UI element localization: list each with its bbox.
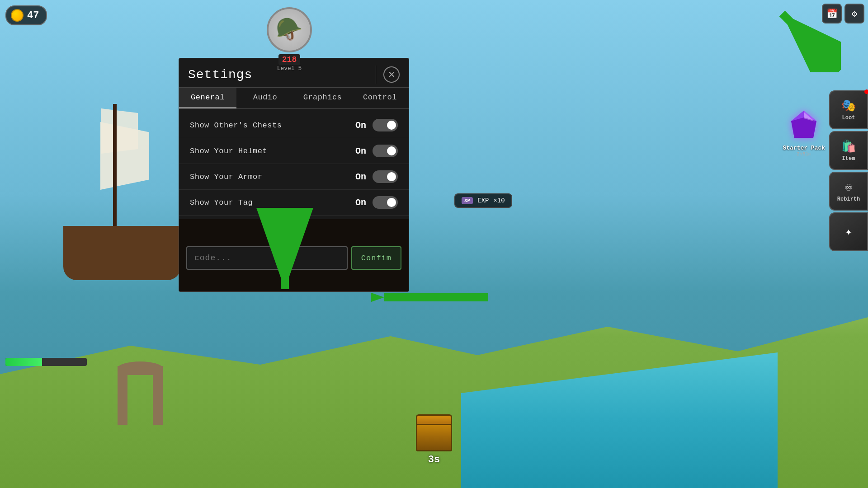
- loot-button[interactable]: 🎭 Loot: [829, 90, 868, 129]
- toggle-knob-helmet: [387, 146, 396, 155]
- header-divider: [376, 66, 376, 84]
- character-avatar-area: 🪖 218 Level 5: [267, 7, 312, 72]
- setting-label-tag: Show Your Tag: [190, 198, 355, 207]
- settings-button[interactable]: ⚙️: [844, 4, 864, 23]
- setting-value-helmet: On: [355, 146, 366, 156]
- gear-icon: ⚙️: [852, 8, 857, 19]
- exp-multiplier: ×10: [493, 197, 505, 204]
- gem-icon: [788, 108, 819, 142]
- exp-label: EXP: [477, 197, 489, 204]
- setting-value-armor: On: [355, 172, 366, 182]
- hud-top-right: 📅 ⚙️: [822, 4, 864, 23]
- item-label: Item: [842, 155, 855, 162]
- code-input-row: Confim: [186, 246, 401, 270]
- rebirth-button[interactable]: ♾️ Rebirth: [829, 172, 868, 211]
- setting-label-others-chests: Show Other's Chests: [190, 121, 355, 130]
- right-sidebar: 🎭 Loot 🛍️ Item ♾️ Rebirth ✦: [829, 90, 868, 251]
- setting-row-armor: Show Your Armor On: [179, 164, 409, 190]
- level-number: 218: [278, 54, 300, 65]
- toggle-knob-armor: [387, 172, 396, 181]
- setting-label-helmet: Show Your Helmet: [190, 147, 355, 155]
- rebirth-icon: ♾️: [845, 180, 852, 194]
- starter-pack-timer: 2h51m: [783, 151, 825, 157]
- modal-close-button[interactable]: ✕: [383, 66, 400, 83]
- calendar-icon: 📅: [826, 8, 838, 19]
- settings-modal: Settings ✕ General Audio Graphics Contro…: [179, 58, 409, 292]
- health-bar: [5, 358, 87, 366]
- code-section: Confim: [179, 219, 409, 291]
- level-label: Level 5: [267, 65, 312, 72]
- setting-value-others-chests: On: [355, 120, 366, 131]
- toggle-helmet[interactable]: [373, 145, 398, 157]
- ship-mast: [113, 104, 117, 230]
- chest-timer: 3s: [416, 454, 452, 465]
- tab-general[interactable]: General: [179, 88, 236, 108]
- settings-tabs: General Audio Graphics Control: [179, 88, 409, 109]
- loot-label: Loot: [842, 115, 855, 121]
- starter-pack[interactable]: Starter Pack 2h51m: [783, 108, 825, 157]
- setting-label-armor: Show Your Armor: [190, 173, 355, 181]
- coin-icon: [11, 9, 24, 22]
- calendar-button[interactable]: 📅: [822, 4, 842, 23]
- ship: [54, 99, 190, 280]
- setting-row-helmet: Show Your Helmet On: [179, 138, 409, 164]
- loot-icon: 🎭: [841, 99, 856, 113]
- bottom-chest[interactable]: 3s: [416, 422, 452, 465]
- settings-content: Show Other's Chests On Show Your Helmet …: [179, 109, 409, 219]
- exp-bar: XP EXP ×10: [454, 193, 512, 208]
- chest-lid: [416, 414, 452, 425]
- tab-audio[interactable]: Audio: [236, 88, 294, 108]
- tab-graphics[interactable]: Graphics: [294, 88, 351, 108]
- ship-hull: [63, 226, 181, 280]
- confirm-button[interactable]: Confim: [351, 246, 401, 270]
- coins-display: 47: [5, 5, 47, 25]
- arch-ruins: [118, 361, 163, 425]
- setting-value-tag: On: [355, 197, 366, 208]
- starter-pack-label: Starter Pack: [783, 145, 825, 151]
- star-icon: ✦: [845, 225, 852, 239]
- setting-row-tag: Show Your Tag On: [179, 190, 409, 216]
- toggle-knob-others-chests: [387, 121, 396, 130]
- avatar: 🪖: [267, 7, 312, 52]
- health-fill: [5, 358, 42, 366]
- item-button[interactable]: 🛍️ Item: [829, 131, 868, 170]
- unknown-button[interactable]: ✦: [829, 212, 868, 251]
- code-input[interactable]: [186, 246, 348, 270]
- toggle-tag[interactable]: [373, 196, 398, 209]
- toggle-armor[interactable]: [373, 170, 398, 183]
- chest-icon: [416, 422, 452, 451]
- toggle-others-chests[interactable]: [373, 119, 398, 131]
- tab-control[interactable]: Control: [351, 88, 409, 108]
- setting-row-others-chests: Show Other's Chests On: [179, 113, 409, 138]
- toggle-knob-tag: [387, 198, 396, 207]
- rebirth-label: Rebirth: [837, 196, 860, 202]
- coin-count: 47: [27, 10, 39, 21]
- xp-badge: XP: [462, 197, 473, 204]
- item-icon: 🛍️: [841, 139, 856, 154]
- loot-notification-dot: [864, 89, 868, 94]
- ship-sail-main: [95, 122, 149, 190]
